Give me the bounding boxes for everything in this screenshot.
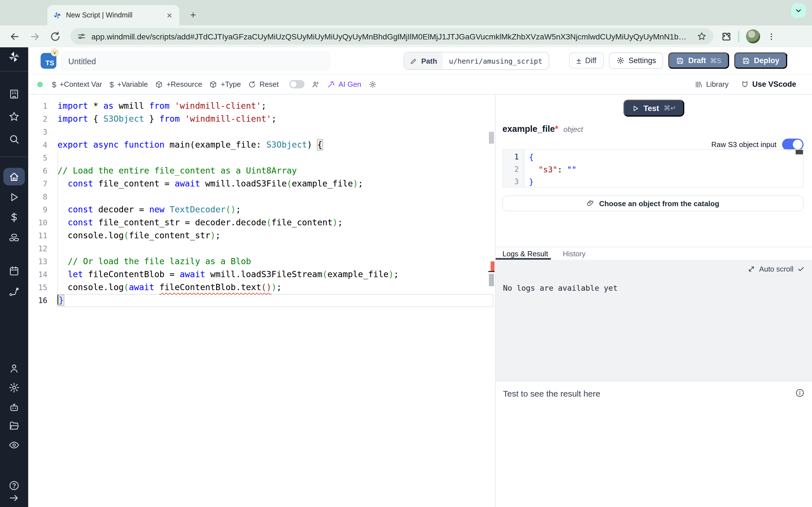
code-line[interactable]: const decoder = new TextDecoder(); [57, 203, 487, 216]
code-line[interactable]: let fileContentBlob = await wmill.loadS3… [57, 268, 487, 281]
path-label: Path [421, 57, 437, 65]
sidebar-item-workspace[interactable] [8, 89, 20, 100]
info-icon[interactable] [795, 388, 805, 398]
sidebar-item-settings[interactable] [8, 382, 20, 393]
auto-scroll-label: Auto scroll [759, 265, 794, 273]
json-arg-editor[interactable]: 123 { "s3": ""} [502, 149, 804, 187]
code-line[interactable]: const file_content_str = decoder.decode(… [57, 216, 487, 229]
code-line[interactable] [57, 126, 487, 138]
chrome-chevron-button[interactable] [791, 3, 806, 18]
add-context-var-button[interactable]: $ +Context Var [52, 80, 102, 89]
add-resource-button[interactable]: +Resource [155, 80, 202, 89]
multiplayer-toggle[interactable] [289, 80, 305, 89]
choose-object-button[interactable]: Choose an object from the catalog [502, 195, 804, 211]
deploy-button[interactable]: Deploy [734, 52, 787, 69]
script-settings-gear-icon[interactable] [368, 80, 376, 88]
sidebar-item-search[interactable] [8, 133, 20, 145]
sidebar-item-workers[interactable] [8, 402, 20, 413]
line-number-gutter: 12345678910111213141516 [28, 100, 57, 307]
add-type-button[interactable]: +Type [209, 80, 241, 89]
reset-button[interactable]: Reset [248, 80, 278, 89]
raw-s3-toggle-label: Raw S3 object input [711, 140, 776, 149]
code-line[interactable]: console.log(await fileContentBlob.text()… [57, 281, 487, 294]
auto-scroll-control[interactable]: Auto scroll [748, 265, 805, 273]
code-editor[interactable]: 12345678910111213141516 import * as wmil… [28, 95, 495, 507]
add-variable-button[interactable]: $ +Variable [109, 80, 148, 89]
windmill-app-window: New Script | Windmill [0, 0, 812, 507]
sidebar-item-flows[interactable] [8, 286, 20, 297]
tab-logs-result[interactable]: Logs & Result [502, 249, 548, 258]
test-label: Test [644, 104, 659, 113]
code-line[interactable]: } [57, 294, 487, 307]
browser-menu-icon[interactable] [767, 32, 776, 41]
sidebar-item-home[interactable] [3, 168, 25, 185]
forward-icon[interactable] [29, 31, 41, 42]
sidebar-collapse-arrow-icon[interactable] [8, 492, 20, 504]
profile-avatar[interactable] [746, 29, 760, 43]
json-content[interactable]: { "s3": ""} [524, 150, 803, 187]
tab-close-icon[interactable] [165, 11, 174, 20]
sidebar-item-help[interactable] [8, 480, 20, 491]
paperclip-icon [587, 200, 595, 207]
ai-gen-button[interactable]: AI Gen [327, 80, 361, 89]
sidebar-item-resources[interactable] [8, 232, 20, 243]
sidebar-item-folders[interactable] [8, 420, 20, 432]
code-line[interactable] [57, 190, 487, 203]
code-line[interactable]: // Or load the file lazily as a Blob [57, 255, 487, 268]
script-header: TS Untitled Path u/henri/amusing_script [28, 47, 812, 74]
argument-type: object [563, 125, 583, 133]
windmill-logo-icon[interactable] [8, 51, 20, 63]
path-editor[interactable]: Path u/henri/amusing_script [404, 52, 549, 70]
code-line[interactable]: console.log(file_content_str); [57, 229, 487, 242]
code-line[interactable] [57, 242, 487, 255]
code-line[interactable]: "s3": "" [529, 163, 803, 176]
code-line[interactable]: } [529, 176, 803, 187]
code-line[interactable]: export async function main(example_file:… [57, 138, 487, 152]
browser-tab[interactable]: New Script | Windmill [47, 5, 179, 25]
new-tab-button[interactable] [186, 8, 200, 21]
bookmark-star-icon[interactable] [697, 32, 707, 41]
code-line[interactable]: const file_content = await wmill.loadS3F… [57, 177, 487, 190]
sidebar-item-runs[interactable] [8, 191, 20, 203]
code-content[interactable]: import * as wmill from 'windmill-client'… [57, 100, 487, 307]
reload-icon[interactable] [50, 31, 61, 42]
path-label-section: Path [404, 52, 443, 69]
code-line[interactable]: import { S3Object } from 'windmill-clien… [57, 113, 487, 126]
logs-panel: Auto scroll No logs are available yet [496, 260, 812, 381]
draft-button[interactable]: Draft ⌘S [668, 52, 729, 69]
code-line[interactable]: import * as wmill from 'windmill-client'… [57, 100, 487, 113]
code-line[interactable]: { [529, 151, 803, 163]
json-scrollbar-thumb[interactable] [796, 150, 803, 154]
back-icon[interactable] [9, 31, 20, 42]
tab-history[interactable]: History [563, 249, 586, 258]
code-line[interactable]: // Load the entire file_content as a Uin… [57, 165, 487, 177]
sidebar-item-users[interactable] [8, 363, 20, 374]
path-value: u/henri/amusing_script [443, 52, 548, 69]
library-button[interactable]: Library [695, 80, 728, 89]
address-bar[interactable]: app.windmill.dev/scripts/add#JTdCJTIyaGF… [70, 28, 713, 45]
editor-scrollbar-thumb[interactable] [489, 132, 494, 144]
settings-button[interactable]: Settings [609, 52, 663, 69]
test-button[interactable]: Test ⌘↵ [623, 100, 684, 117]
site-settings-icon[interactable] [77, 32, 86, 41]
draft-shortcut: ⌘S [710, 57, 721, 64]
extensions-icon[interactable] [721, 31, 731, 41]
editor-toolbar: $ +Context Var $ +Variable +Resource +Ty… [28, 74, 812, 95]
script-name-value: Untitled [68, 57, 322, 66]
script-name-input[interactable]: Untitled [61, 52, 330, 70]
settings-label: Settings [628, 56, 656, 65]
code-line[interactable] [57, 152, 487, 165]
sidebar-item-favorites[interactable] [8, 111, 20, 122]
diff-button[interactable]: ± Diff [569, 52, 604, 69]
result-tabs: Logs & Result History [496, 247, 812, 260]
sidebar-item-variables[interactable] [8, 212, 20, 223]
sidebar-item-audit-logs[interactable] [8, 439, 20, 451]
raw-s3-toggle[interactable] [782, 138, 804, 151]
use-vscode-button[interactable]: Use VScode [741, 80, 796, 89]
sidebar-item-schedules[interactable] [8, 265, 20, 277]
json-line-numbers: 123 [503, 150, 524, 187]
editor-scrollbar-thumb[interactable] [489, 274, 494, 286]
required-asterisk: * [555, 124, 558, 133]
result-placeholder: Test to see the result here [503, 389, 600, 398]
chrome-separator [738, 31, 739, 42]
